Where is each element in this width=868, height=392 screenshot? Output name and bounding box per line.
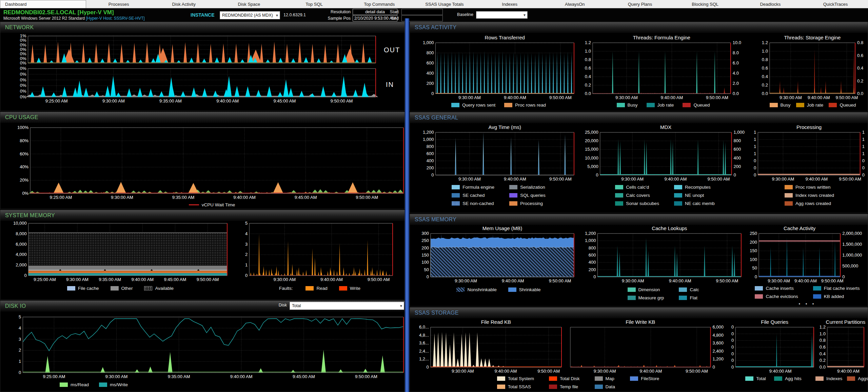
svg-text:9:50:00 AM: 9:50:00 AM [716,278,738,283]
legend-item: Queued [829,102,856,108]
svg-text:Mem Usage (MB): Mem Usage (MB) [482,225,522,231]
svg-text:0.2: 0.2 [762,82,768,88]
svg-text:9:30:00 AM: 9:30:00 AM [621,176,644,182]
tab-quicktraces[interactable]: QuickTraces [803,0,868,8]
header: REDMONDBI02.SE.LOCAL [Hyper-V VM] Micros… [0,9,868,22]
chart-network-out[interactable]: 1%0%0%0%0%0%0% [20,34,379,65]
tab-indexes[interactable]: Indexes [477,0,542,8]
svg-text:0.0: 0.0 [585,91,591,96]
svg-text:3,6...: 3,6... [419,340,429,346]
svg-text:0: 0 [755,274,757,279]
svg-text:50: 50 [424,267,429,272]
tab-processes[interactable]: Processes [86,0,151,8]
chart-avg-time[interactable]: 1,2001,00080060040020009:30:00 AM9:40:00… [420,124,577,183]
svg-text:8.0: 8.0 [733,50,739,55]
chart-threads-formula-engine[interactable]: 1.21.00.80.60.40.20.010.08.06.04.02.00.0… [582,35,745,101]
tab-alwayson[interactable]: AlwaysOn [542,0,607,8]
tab-top-commands[interactable]: Top Commands [347,0,412,8]
chart-mdx[interactable]: 25,00020,00015,00010,0005,00001,00080060… [582,124,748,183]
svg-text:5: 5 [19,315,21,319]
svg-text:9:30:00 AM: 9:30:00 AM [768,278,790,283]
svg-text:1,500,000: 1,500,000 [842,242,862,247]
avg-time-legend: Formula engineSerializationSE cachedSQL … [420,185,577,206]
svg-text:3: 3 [245,242,248,247]
chart-threads-storage-engine[interactable]: 1.21.00.80.60.40.20.00.80.60.40.20.09:30… [759,35,867,101]
chart-file-write-kb[interactable]: 6,0004,8003,6002,4001,20009:30:00 AM9:40… [567,319,727,375]
svg-text:9:30:00 AM: 9:30:00 AM [458,176,481,182]
svg-text:2,4...: 2,4... [419,349,429,354]
svg-text:0.4: 0.4 [585,74,591,79]
chart-diskio[interactable]: 5432109:25:00 AM9:30:00 AM9:35:00 AM9:40… [17,315,407,380]
svg-text:6,000: 6,000 [16,242,27,247]
legend-overflow-dots[interactable]: • • • [748,301,867,306]
svg-text:0.8: 0.8 [820,338,826,343]
instance-dropdown[interactable]: REDMONDBI02 (AS MDX) ▼ [220,11,280,19]
tab-disk-space[interactable]: Disk Space [216,0,281,8]
tab-dashboard[interactable]: Dashboard [0,0,86,8]
tab-query-plans[interactable]: Query Plans [607,0,672,8]
svg-text:0%: 0% [20,83,26,88]
svg-text:Cache Activity: Cache Activity [784,225,816,231]
svg-text:0: 0 [713,365,715,370]
svg-text:1.0: 1.0 [585,49,591,54]
legend-item: ms/Write [99,382,128,387]
fe-legend: BusyJob rateQueued [582,102,745,108]
total-disk-swatch [549,376,557,381]
svg-text:0%: 0% [20,77,26,82]
chart-processing[interactable]: 111100011110009:30:00 AM9:40:00 AM9:50:0… [752,124,867,183]
svg-text:10,000: 10,000 [585,155,598,161]
panel-title-ssas-activity: SSAS ACTIVITY [415,24,456,31]
svg-text:2.0: 2.0 [733,81,739,86]
svg-text:800: 800 [589,245,596,250]
chart-mem-usage[interactable]: 3002502001501005009:30:00 AM9:40:00 AM9:… [420,225,577,284]
chart-cache-lookups[interactable]: 1,2001,00080060040020009:30:00 AM9:40:00… [582,225,745,284]
svg-text:File Queries: File Queries [761,319,788,325]
legend-item: Aggs [847,376,868,381]
legend-item: Index rows created [785,193,834,198]
flat-cache-inserts-swatch [813,286,821,291]
start-label: Start [385,10,399,14]
cache-inserts-swatch [755,286,763,291]
tab-deadlocks[interactable]: Deadlocks [738,0,803,8]
legend-item: ms/Read [60,382,89,387]
processing-legend: Proc rows writtenIndex rows createdAgg r… [752,185,867,206]
chart-file-queries[interactable]: 00000009:40:00 AMFile Queries [730,319,817,375]
chart-cpu-usage[interactable]: 100%80%60%40%20%0%9:25:00 AM9:30:00 AM9:… [17,126,407,201]
formula-engine-swatch [452,185,460,189]
svg-text:500,000: 500,000 [842,263,858,268]
panel-title-network: NETWORK [5,24,34,31]
tab-blocking-sql[interactable]: Blocking SQL [673,0,738,8]
svg-text:2,000: 2,000 [16,262,27,267]
legend-item: SQL queries [509,193,546,198]
svg-text:1.0: 1.0 [820,331,826,336]
svg-text:9:40:00 AM: 9:40:00 AM [216,98,239,104]
legend-item: Measure grp [628,295,664,300]
svg-text:9:30:00 AM: 9:30:00 AM [66,277,88,282]
chart-current-partitions[interactable]: 1.21.00.80.60.40.20.09:40:00 AMCurrent P… [816,319,867,375]
chart-network-in[interactable]: 0%0%0%0%0%0%9:25:00 AM9:30:00 AM9:35:00 … [20,67,379,105]
disk-dropdown[interactable]: Total ▼ [290,302,404,310]
tab-top-sql[interactable]: Top SQL [282,0,347,8]
svg-text:9:50:00 AM: 9:50:00 AM [197,277,219,282]
svg-text:MDX: MDX [660,124,671,130]
network-out-label: OUT [384,46,400,54]
hyperv-host-link[interactable]: [Hyper-V Host: SSSRV-SE-HVT] [86,16,144,21]
legend-item: vCPU Wait Time [189,202,235,207]
legend-item: Agg rows created [785,201,834,206]
legend-item: SE non-cached [452,201,494,206]
legend-item: Queued [683,102,710,108]
partitions-legend: IndexesAggs [816,376,867,381]
start-input[interactable] [401,9,443,15]
tab-disk-activity[interactable]: Disk Activity [151,0,216,8]
os-version: Microsoft Windows Server 2012 R2 Standar… [3,16,85,21]
tab-ssas-usage-totals[interactable]: SSAS Usage Totals [412,0,477,8]
svg-text:9:40:00 AM: 9:40:00 AM [769,369,792,374]
chart-rows-transferred[interactable]: 1,00080060040020009:30:00 AM9:40:00 AM9:… [420,35,577,101]
chart-cache-activity[interactable]: 2502001501005002,000,0001,500,0001,000,0… [748,225,867,284]
svg-text:150: 150 [421,253,429,258]
baseline-dropdown[interactable]: ▼ [476,11,528,19]
chart-sysmem-faults[interactable]: 5432109:30:00 AM9:40:00 AM9:50:00 AM [243,221,396,283]
chart-file-read-kb[interactable]: 6,0...4,8...3,6...2,4...1,2...09:30:00 A… [412,319,565,375]
chart-sysmem-main[interactable]: 10,0008,0006,0004,0002,00009:25:00 AM9:3… [10,221,231,283]
svg-text:3: 3 [19,337,21,342]
